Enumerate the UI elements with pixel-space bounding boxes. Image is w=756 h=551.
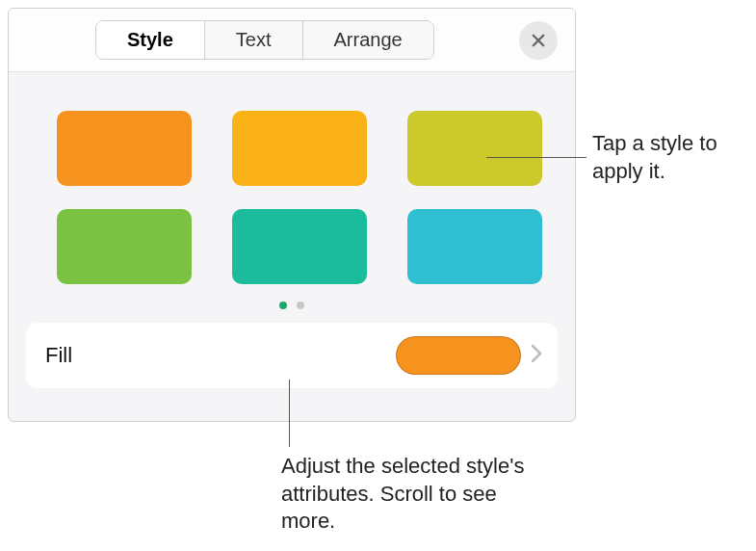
style-swatch[interactable] bbox=[232, 111, 367, 186]
page-dot-active[interactable] bbox=[279, 302, 287, 309]
page-dots bbox=[9, 302, 575, 309]
callout-apply-style: Tap a style to apply it. bbox=[592, 130, 746, 185]
fill-swatch bbox=[396, 336, 521, 375]
tab-arrange[interactable]: Arrange bbox=[303, 21, 433, 59]
style-swatch[interactable] bbox=[57, 209, 192, 284]
callout-line bbox=[289, 380, 290, 447]
style-swatch[interactable] bbox=[57, 111, 192, 186]
style-swatch[interactable] bbox=[407, 209, 542, 284]
page-dot[interactable] bbox=[297, 302, 304, 309]
close-button[interactable] bbox=[519, 21, 558, 60]
tab-text[interactable]: Text bbox=[205, 21, 303, 59]
callout-line bbox=[486, 157, 587, 158]
format-panel: Style Text Arrange Fill bbox=[8, 8, 576, 422]
fill-label: Fill bbox=[45, 343, 72, 368]
style-grid bbox=[9, 72, 575, 294]
fill-row[interactable]: Fill bbox=[26, 323, 558, 388]
chevron-right-icon bbox=[531, 344, 542, 367]
tabs: Style Text Arrange bbox=[95, 20, 434, 60]
style-swatch[interactable] bbox=[232, 209, 367, 284]
tab-style[interactable]: Style bbox=[96, 21, 205, 59]
panel-header: Style Text Arrange bbox=[9, 9, 575, 72]
close-icon bbox=[530, 32, 547, 49]
callout-adjust-attributes: Adjust the selected style's attributes. … bbox=[281, 453, 532, 536]
style-swatch[interactable] bbox=[407, 111, 542, 186]
